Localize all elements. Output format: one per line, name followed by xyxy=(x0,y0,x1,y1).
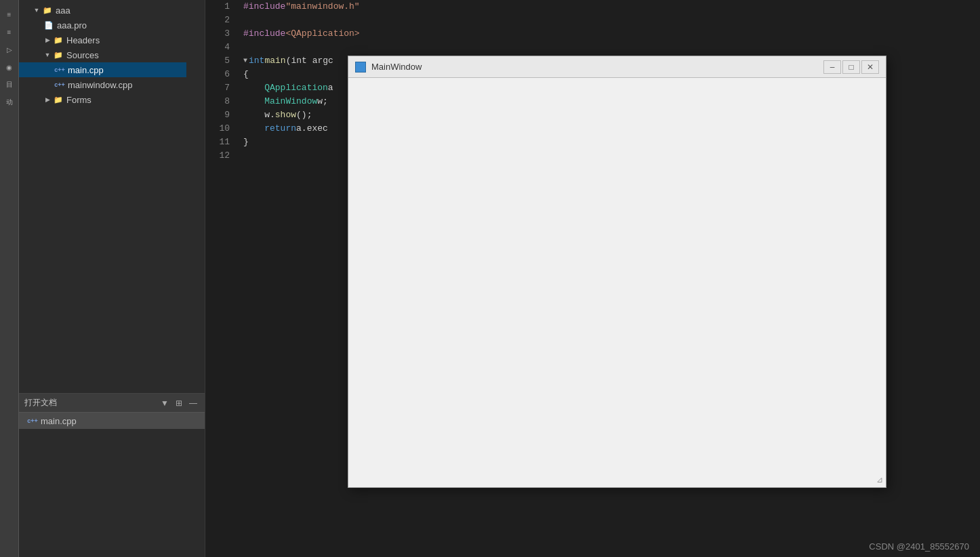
folder-icon: 📁 xyxy=(53,35,64,45)
code-token xyxy=(243,122,264,136)
chevron-icon: ▼ xyxy=(43,51,52,59)
panel-header: 打开文档 ▼ ⊞ — xyxy=(19,394,205,413)
icon-bar: ≡ ≡ ▷ ◉ 目 动 xyxy=(0,0,19,557)
code-line-3: #include <QApplication> xyxy=(243,27,980,41)
tree-label: Forms xyxy=(66,95,91,105)
panel-dropdown-icon[interactable]: ▼ xyxy=(159,397,171,409)
line-num-5: 5 xyxy=(211,54,230,68)
icon-bar-item-4[interactable]: ◉ xyxy=(2,60,17,75)
folder-icon: 📁 xyxy=(53,94,64,105)
tree-item-aaa-pro[interactable]: 📄 aaa.pro xyxy=(19,18,186,33)
tree-item-sources[interactable]: ▼ 📁 Sources xyxy=(19,47,186,62)
line-num-9: 9 xyxy=(211,108,230,122)
cpp-icon: c++ xyxy=(54,64,65,75)
tree-item-main-cpp[interactable]: c++ main.cpp xyxy=(19,62,186,77)
fw-app-icon xyxy=(355,62,366,73)
line-num-7: 7 xyxy=(211,81,230,95)
code-token: int xyxy=(249,54,264,68)
open-doc-label: main.cpp xyxy=(41,416,77,426)
tree-item-aaa[interactable]: ▼ 📁 aaa xyxy=(19,3,186,18)
code-token: MainWindow xyxy=(264,95,317,108)
fw-title-label: MainWindow xyxy=(371,62,823,72)
line-num-10: 10 xyxy=(211,122,230,136)
code-token: "mainwindow.h" xyxy=(285,0,359,14)
code-line-2 xyxy=(243,14,980,27)
code-token xyxy=(243,95,264,108)
file-tree: ▼ 📁 aaa 📄 aaa.pro ▶ 📁 Headers ▼ 📁 Source… xyxy=(19,0,186,393)
icon-bar-item-5[interactable]: 目 xyxy=(2,77,17,92)
cpp-icon: c++ xyxy=(54,79,65,90)
line-num-8: 8 xyxy=(211,95,230,108)
tree-label: Headers xyxy=(66,35,100,45)
code-line-1: #include "mainwindow.h" xyxy=(243,0,980,14)
panel-split-icon[interactable]: ⊞ xyxy=(173,397,184,409)
icon-bar-item-2[interactable]: ≡ xyxy=(2,24,17,39)
folder-icon: 📁 xyxy=(53,49,64,60)
cpp-icon: c++ xyxy=(27,415,38,426)
fw-maximize-button[interactable]: □ xyxy=(842,60,860,74)
line-num-4: 4 xyxy=(211,41,230,54)
open-docs-panel: 打开文档 ▼ ⊞ — c++ main.cpp xyxy=(19,393,205,549)
fw-minimize-button[interactable]: – xyxy=(823,60,841,74)
code-token: QApplication xyxy=(264,81,328,95)
floating-window-titlebar: MainWindow – □ ✕ xyxy=(348,56,886,78)
line-numbers: 1 2 3 4 5 6 7 8 9 10 11 12 xyxy=(205,0,238,557)
code-token: main xyxy=(264,54,285,68)
icon-bar-item-3[interactable]: ▷ xyxy=(2,42,17,57)
fw-resize-handle[interactable]: ⊿ xyxy=(876,475,883,484)
code-token: w. xyxy=(243,108,275,122)
code-token: #include xyxy=(243,27,285,41)
panel-minimize-icon[interactable]: — xyxy=(187,397,199,409)
code-token: show xyxy=(275,108,296,122)
line-num-12: 12 xyxy=(211,149,230,163)
chevron-icon: ▶ xyxy=(43,96,52,104)
sidebar: ▼ 📁 aaa 📄 aaa.pro ▶ 📁 Headers ▼ 📁 Source… xyxy=(19,0,205,557)
code-token: <QApplication> xyxy=(285,27,359,41)
code-token xyxy=(243,81,264,95)
code-token: } xyxy=(243,136,249,149)
main-area: 1 2 3 4 5 6 7 8 9 10 11 12 #include "mai… xyxy=(205,0,980,557)
line-num-11: 11 xyxy=(211,136,230,149)
csdn-watermark: CSDN @2401_85552670 xyxy=(869,541,969,552)
code-token: return xyxy=(264,122,296,136)
line-num-1: 1 xyxy=(211,0,230,14)
open-doc-item[interactable]: c++ main.cpp xyxy=(19,413,205,429)
line-num-2: 2 xyxy=(211,14,230,27)
tree-label: aaa xyxy=(56,5,70,16)
folder-icon: 📁 xyxy=(42,5,53,16)
code-line-4 xyxy=(243,41,980,54)
line-num-6: 6 xyxy=(211,68,230,81)
fw-close-button[interactable]: ✕ xyxy=(861,60,879,74)
line-num-3: 3 xyxy=(211,27,230,41)
code-token: a.exec xyxy=(296,122,328,136)
code-token: a xyxy=(328,81,333,95)
tree-label: aaa.pro xyxy=(57,20,87,30)
code-token: (); xyxy=(296,108,312,122)
floating-window: MainWindow – □ ✕ ⊿ xyxy=(348,56,886,488)
code-token: { xyxy=(243,68,249,81)
floating-window-content xyxy=(348,78,886,487)
fold-arrow-icon[interactable]: ▼ xyxy=(243,54,247,68)
tree-item-mainwindow-cpp[interactable]: c++ mainwindow.cpp xyxy=(19,77,186,92)
code-token: (int argc xyxy=(286,54,333,68)
tree-label: mainwindow.cpp xyxy=(68,80,132,90)
tree-label: main.cpp xyxy=(68,65,104,75)
panel-header-icons: ▼ ⊞ — xyxy=(159,397,199,409)
pro-file-icon: 📄 xyxy=(43,20,54,30)
tree-item-forms[interactable]: ▶ 📁 Forms xyxy=(19,92,186,107)
code-token: #include xyxy=(243,0,285,14)
panel-title: 打开文档 xyxy=(24,397,159,409)
code-token: w; xyxy=(317,95,328,108)
sources-label: Sources xyxy=(66,50,99,60)
icon-bar-item-6[interactable]: 动 xyxy=(2,95,17,110)
tree-item-headers[interactable]: ▶ 📁 Headers xyxy=(19,33,186,47)
fw-window-controls: – □ ✕ xyxy=(823,60,879,74)
icon-bar-item-1[interactable]: ≡ xyxy=(2,7,17,22)
chevron-icon: ▶ xyxy=(43,36,52,44)
chevron-icon: ▼ xyxy=(33,6,41,14)
